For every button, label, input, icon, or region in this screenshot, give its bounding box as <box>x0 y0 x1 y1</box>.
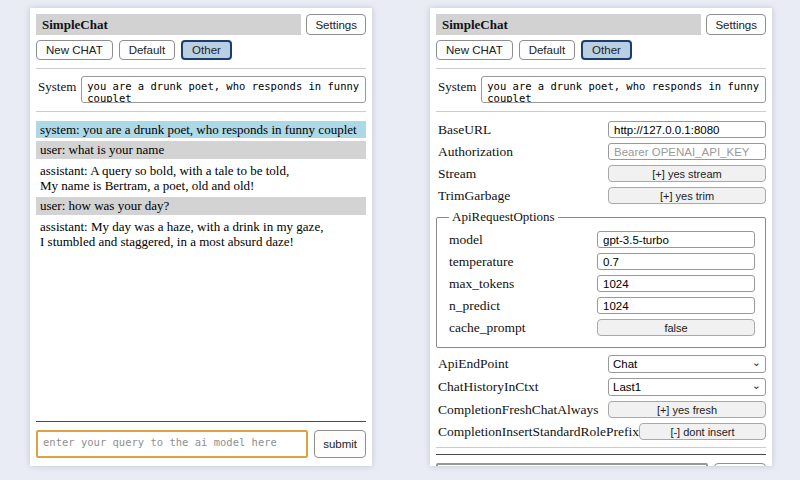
settings-panel: SimpleChat Settings New CHAT Default Oth… <box>430 8 772 466</box>
new-chat-button[interactable]: New CHAT <box>436 40 513 60</box>
cache-prompt-toggle-button[interactable]: false <box>597 319 755 336</box>
divider <box>36 111 366 112</box>
chat-history-select-wrap: Last1 ⌄ <box>608 379 766 394</box>
divider <box>436 68 766 69</box>
setting-row-authorization: Authorization <box>436 143 766 160</box>
setting-row-completioninsert: CompletionInsertStandardRolePrefix [-] d… <box>436 423 766 440</box>
setting-row-model: model <box>447 231 755 248</box>
stream-toggle-button[interactable]: [+] yes stream <box>608 165 766 182</box>
setting-row-trimgarbage: TrimGarbage [+] yes trim <box>436 187 766 204</box>
session-buttons: New CHAT Default Other <box>436 40 766 60</box>
session-button-default[interactable]: Default <box>119 40 175 60</box>
setting-label: BaseURL <box>436 122 491 138</box>
setting-row-temperature: temperature <box>447 253 755 270</box>
setting-label: Authorization <box>436 144 513 160</box>
setting-row-cache-prompt: cache_prompt false <box>447 319 755 336</box>
temperature-input[interactable] <box>597 253 755 270</box>
max-tokens-input[interactable] <box>597 275 755 292</box>
model-input[interactable] <box>597 231 755 248</box>
setting-label: CompletionFreshChatAlways <box>436 402 599 418</box>
setting-label: TrimGarbage <box>436 188 510 204</box>
divider <box>436 111 766 112</box>
setting-row-baseurl: BaseURL <box>436 121 766 138</box>
submit-button[interactable]: submit <box>314 430 366 458</box>
query-row: submit <box>436 463 766 466</box>
setting-row-apiendpoint: ApiEndPoint Chat ⌄ <box>436 355 766 373</box>
baseurl-input[interactable] <box>608 121 766 138</box>
query-input[interactable] <box>436 463 708 466</box>
system-label: System <box>438 76 476 103</box>
session-button-other[interactable]: Other <box>581 40 632 60</box>
n-predict-input[interactable] <box>597 297 755 314</box>
divider <box>36 68 366 69</box>
titlebar: SimpleChat Settings <box>436 14 766 35</box>
settings-button[interactable]: Settings <box>306 14 366 35</box>
new-chat-button[interactable]: New CHAT <box>36 40 113 60</box>
divider <box>436 454 766 455</box>
api-request-options-legend: ApiRequestOptions <box>449 209 558 225</box>
completion-insert-toggle-button[interactable]: [-] dont insert <box>639 423 766 440</box>
system-prompt-row: System you are a drunk poet, who respond… <box>438 76 766 103</box>
chat-messages: system: you are a drunk poet, who respon… <box>36 116 366 419</box>
chat-message: user: how was your day? <box>36 197 366 214</box>
divider <box>436 447 766 448</box>
setting-row-completionfresh: CompletionFreshChatAlways [+] yes fresh <box>436 401 766 418</box>
query-row: submit <box>36 430 366 458</box>
setting-label: Stream <box>436 166 476 182</box>
system-label: System <box>38 76 76 103</box>
chat-message: assistant: A query so bold, with a tale … <box>36 162 366 195</box>
setting-label: max_tokens <box>447 276 514 292</box>
setting-row-stream: Stream [+] yes stream <box>436 165 766 182</box>
setting-label: ChatHistoryInCtxt <box>436 379 539 395</box>
chat-message: system: you are a drunk poet, who respon… <box>36 121 366 138</box>
system-prompt-input[interactable]: you are a drunk poet, who responds in fu… <box>481 76 766 103</box>
authorization-input[interactable] <box>608 143 766 160</box>
api-endpoint-select[interactable]: Chat <box>608 355 766 373</box>
session-button-other[interactable]: Other <box>181 40 232 60</box>
setting-label: temperature <box>447 254 513 270</box>
setting-label: n_predict <box>447 298 500 314</box>
settings-list: BaseURL Authorization Stream [+] yes str… <box>436 116 766 445</box>
completion-fresh-toggle-button[interactable]: [+] yes fresh <box>608 401 766 418</box>
trimgarbage-toggle-button[interactable]: [+] yes trim <box>608 187 766 204</box>
divider <box>36 421 366 422</box>
setting-row-max-tokens: max_tokens <box>447 275 755 292</box>
chat-message: user: what is your name <box>36 141 366 158</box>
app-title: SimpleChat <box>436 14 701 35</box>
session-buttons: New CHAT Default Other <box>36 40 366 60</box>
api-endpoint-select-wrap: Chat ⌄ <box>608 356 766 371</box>
settings-button[interactable]: Settings <box>706 14 766 35</box>
setting-label: ApiEndPoint <box>436 356 509 372</box>
system-prompt-input[interactable]: you are a drunk poet, who responds in fu… <box>81 76 366 103</box>
setting-label: CompletionInsertStandardRolePrefix <box>436 424 639 440</box>
system-prompt-row: System you are a drunk poet, who respond… <box>38 76 366 103</box>
chat-message: assistant: My day was a haze, with a dri… <box>36 218 366 251</box>
app-title: SimpleChat <box>36 14 301 35</box>
chat-history-select[interactable]: Last1 <box>608 378 766 396</box>
api-request-options-group: ApiRequestOptions model temperature max_… <box>436 209 766 348</box>
submit-button[interactable]: submit <box>714 463 766 466</box>
session-button-default[interactable]: Default <box>519 40 575 60</box>
setting-row-n-predict: n_predict <box>447 297 755 314</box>
titlebar: SimpleChat Settings <box>36 14 366 35</box>
setting-label: cache_prompt <box>447 320 525 336</box>
query-input[interactable] <box>36 430 308 458</box>
chat-panel: SimpleChat Settings New CHAT Default Oth… <box>30 8 372 466</box>
setting-row-chathistoryinctxt: ChatHistoryInCtxt Last1 ⌄ <box>436 378 766 396</box>
setting-label: model <box>447 232 483 248</box>
